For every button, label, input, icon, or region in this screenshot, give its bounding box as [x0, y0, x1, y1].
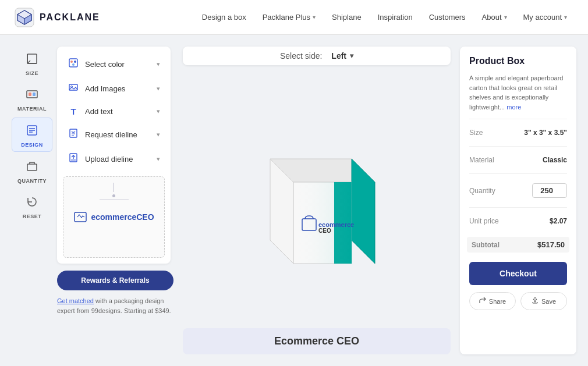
selected-side-value: Left	[331, 51, 346, 61]
select-color-icon	[68, 58, 79, 70]
box-display-area: ecommerce CEO	[183, 72, 451, 321]
svg-rect-21	[69, 84, 77, 90]
material-icon	[26, 88, 38, 104]
tools-panel: Select color ▾ Add Ima	[57, 47, 171, 264]
preview-logo-area: ecommerceCEO	[73, 210, 154, 224]
quantity-label: Quantity	[469, 187, 495, 195]
quantity-icon	[26, 160, 38, 176]
share-button[interactable]: Share	[469, 292, 516, 310]
save-icon	[532, 297, 539, 305]
unit-price-spec-row: Unit price $2.07	[469, 215, 567, 228]
navbar: PACKLANE Design a box Packlane Plus ▾ Sh…	[0, 0, 588, 35]
logo[interactable]: PACKLANE	[14, 7, 100, 28]
left-panel: SIZE MATERIAL	[12, 47, 173, 354]
sidebar-design-label: DESIGN	[21, 142, 43, 148]
svg-text:CEO: CEO	[318, 228, 331, 234]
preview-brand-text: ecommerceCEO	[91, 212, 154, 222]
unit-price-label: Unit price	[469, 217, 499, 225]
checkout-button[interactable]: Checkout	[469, 262, 567, 285]
design-preview: ecommerceCEO	[63, 176, 165, 258]
add-images-icon	[68, 82, 79, 95]
divider-4	[469, 207, 567, 208]
divider-3	[469, 173, 567, 174]
material-value: Classic	[543, 156, 567, 164]
nav-customers[interactable]: Customers	[422, 9, 473, 25]
request-dieline-label: Request dieline	[85, 130, 137, 139]
navbar-links: Design a box Packlane Plus ▾ Shiplane In…	[195, 9, 574, 25]
svg-marker-31	[352, 159, 375, 264]
sidebar-item-design[interactable]: DESIGN	[12, 118, 52, 152]
get-matched-link[interactable]: Get matched	[57, 297, 94, 304]
reset-icon	[26, 196, 38, 211]
select-side-label: Select side:	[280, 51, 322, 61]
sidebar-icons: SIZE MATERIAL	[12, 47, 52, 354]
upload-dieline-tool[interactable]: Upload dieline ▾	[63, 147, 165, 170]
sidebar-reset-label: RESET	[23, 214, 42, 219]
product-description: A simple and elegant paperboard carton t…	[469, 73, 567, 112]
nav-my-account[interactable]: My account ▾	[516, 9, 574, 25]
request-dieline-icon	[68, 128, 79, 141]
more-link[interactable]: more	[506, 104, 521, 111]
sidebar-quantity-label: QUANTITY	[17, 178, 47, 184]
select-color-chevron-icon: ▾	[157, 61, 160, 68]
add-images-label: Add Images	[85, 84, 125, 93]
logo-text: PACKLANE	[40, 12, 100, 23]
select-side-dropdown[interactable]: Left ▾	[331, 51, 353, 61]
subtotal-row: Subtotal $517.50	[467, 237, 569, 253]
upload-dieline-icon	[68, 152, 79, 165]
material-spec-row: Material Classic	[469, 154, 567, 166]
product-box-3d: ecommerce CEO	[235, 112, 398, 281]
size-value: 3" x 3" x 3.5"	[524, 129, 567, 137]
nav-design-a-box[interactable]: Design a box	[195, 9, 253, 25]
size-icon	[26, 52, 38, 68]
select-side-chevron-icon: ▾	[350, 52, 353, 60]
svg-rect-23	[70, 129, 77, 137]
sidebar-size-label: SIZE	[26, 70, 38, 76]
center-panel: Select side: Left ▾	[183, 47, 451, 354]
sidebar-item-size[interactable]: SIZE	[12, 47, 52, 80]
svg-point-18	[70, 61, 73, 63]
product-title: Product Box	[469, 56, 567, 66]
save-button[interactable]: Save	[520, 292, 567, 310]
quantity-input[interactable]	[532, 183, 567, 198]
svg-rect-9	[27, 91, 37, 98]
add-text-icon: T	[68, 106, 79, 116]
select-color-tool[interactable]: Select color ▾	[63, 52, 165, 76]
subtotal-value: $517.50	[537, 240, 565, 249]
request-dieline-tool[interactable]: Request dieline ▾	[63, 123, 165, 146]
nav-about[interactable]: About ▾	[475, 9, 514, 25]
nav-inspiration[interactable]: Inspiration	[371, 9, 420, 25]
main-container: SIZE MATERIAL	[0, 35, 588, 366]
size-spec-row: Size 3" x 3" x 3.5"	[469, 126, 567, 139]
my-account-chevron-icon: ▾	[564, 14, 567, 20]
add-images-chevron-icon: ▾	[157, 85, 160, 93]
add-text-label: Add text	[85, 107, 113, 116]
add-text-tool[interactable]: T Add text ▾	[63, 101, 165, 122]
size-label: Size	[469, 129, 483, 137]
divider-1	[469, 119, 567, 119]
sidebar-item-quantity[interactable]: QUANTITY	[12, 154, 52, 187]
logo-icon	[14, 7, 35, 28]
svg-rect-16	[27, 164, 37, 170]
promo-text: Get matched with a packaging design expe…	[57, 296, 173, 315]
subtotal-label: Subtotal	[472, 241, 500, 249]
upload-dieline-label: Upload dieline	[85, 155, 133, 164]
add-text-chevron-icon: ▾	[157, 108, 160, 115]
unit-price-value: $2.07	[550, 217, 567, 225]
quantity-spec-row: Quantity	[469, 181, 567, 200]
nav-shiplane[interactable]: Shiplane	[325, 9, 369, 25]
svg-rect-11	[33, 93, 36, 96]
packlane-plus-chevron-icon: ▾	[313, 14, 316, 20]
add-images-tool[interactable]: Add Images ▾	[63, 77, 165, 100]
preview-logo-icon	[73, 210, 87, 224]
upload-dieline-chevron-icon: ▾	[157, 155, 160, 163]
sidebar-item-reset[interactable]: RESET	[12, 190, 52, 223]
nav-packlane-plus[interactable]: Packlane Plus ▾	[256, 9, 323, 25]
save-label: Save	[541, 298, 556, 305]
select-side-bar: Select side: Left ▾	[183, 47, 451, 65]
sidebar-item-material[interactable]: MATERIAL	[12, 82, 52, 115]
select-color-label: Select color	[85, 60, 125, 69]
about-chevron-icon: ▾	[504, 14, 507, 20]
rewards-referrals-button[interactable]: Rewards & Referrals	[57, 271, 173, 290]
action-row: Share Save	[469, 292, 567, 310]
